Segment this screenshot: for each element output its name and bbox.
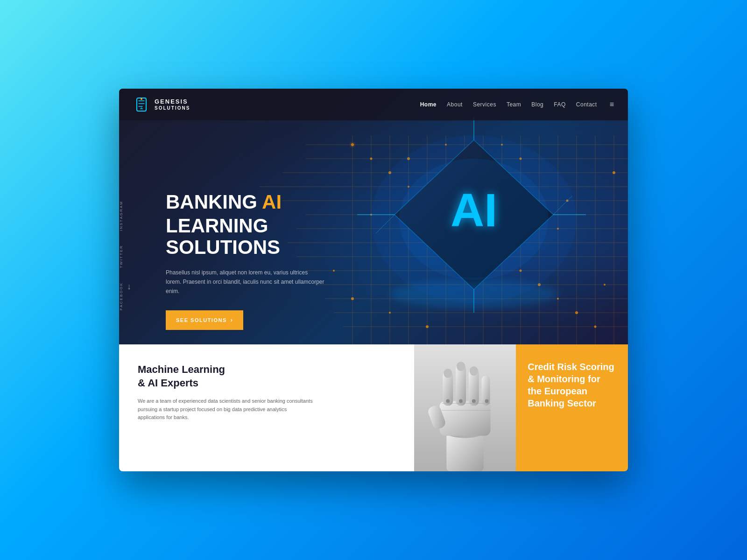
hero-title-ai: AI [262,191,282,213]
cta-label: SEE SOLUTIONS [176,317,227,323]
svg-point-83 [446,399,450,403]
nav-about[interactable]: About [447,101,463,108]
logo-icon [133,96,150,113]
instagram-link[interactable]: INSTAGRAM [119,201,123,231]
cta-button[interactable]: SEE SOLUTIONS › [166,310,243,330]
svg-rect-78 [470,366,478,376]
svg-point-86 [485,399,489,403]
hero-content: BANKING AI LEARNING SOLUTIONS Phasellus … [166,191,381,330]
logo-name: GENESIS [155,98,190,105]
hero-section: AI [119,89,628,344]
svg-rect-72 [440,401,491,435]
hero-description: Phasellus nisl ipsum, aliquet non lorem … [166,268,324,296]
nav-team[interactable]: Team [507,101,521,108]
cta-arrow-icon: › [231,317,233,323]
svg-point-85 [472,399,476,403]
logo-text: GENESIS SOLUTIONS [155,98,190,110]
navbar: GENESIS SOLUTIONS Home About Services Te… [119,89,628,120]
robot-visual [414,344,516,471]
scroll-down-arrow: ↓ [127,282,131,292]
right-panel-title: Credit Risk Scoring & Monitoring for the… [528,361,616,409]
browser-window: AI [119,89,628,471]
hero-title: BANKING AI [166,191,381,213]
twitter-link[interactable]: TWITTER [119,245,123,268]
nav-contact[interactable]: Contact [576,101,597,108]
svg-rect-74 [444,369,452,378]
left-panel-title: Machine Learning& AI Experts [138,363,395,390]
svg-point-84 [459,399,463,403]
nav-links: Home About Services Team Blog FAQ Contac… [420,100,614,109]
hamburger-icon[interactable]: ≡ [610,100,614,109]
nav-services[interactable]: Services [473,101,496,108]
bottom-section: Machine Learning& AI Experts We are a te… [119,344,628,471]
right-panel: Credit Risk Scoring & Monitoring for the… [516,344,628,471]
social-sidebar: INSTAGRAM TWITTER FACEBOOK ↓ [119,191,123,320]
hero-title-banking: BANKING [166,191,262,213]
logo-subtitle: SOLUTIONS [155,105,190,111]
svg-point-69 [141,98,142,100]
hero-subtitle: LEARNING SOLUTIONS [166,215,381,258]
robot-image-panel [414,344,516,471]
left-panel-desc: We are a team of experienced data scient… [138,397,315,422]
facebook-link[interactable]: FACEBOOK [119,282,123,310]
nav-blog[interactable]: Blog [531,101,543,108]
svg-rect-76 [457,362,465,371]
logo[interactable]: GENESIS SOLUTIONS [133,96,190,113]
left-panel: Machine Learning& AI Experts We are a te… [119,344,414,471]
nav-home[interactable]: Home [420,101,437,108]
robot-hand-svg [414,344,516,471]
nav-faq[interactable]: FAQ [554,101,566,108]
